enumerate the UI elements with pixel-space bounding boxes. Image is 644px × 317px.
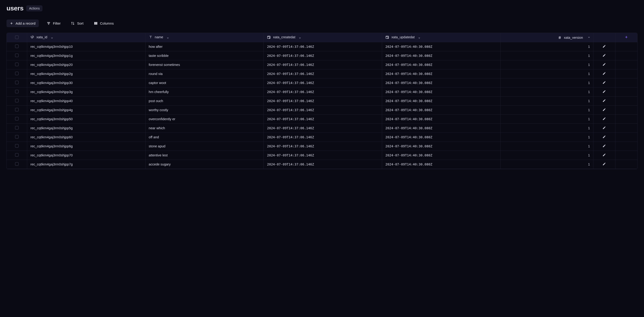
- cell-xata-id[interactable]: rec_cq6km4gaj3rm0shjpp6g: [27, 142, 145, 151]
- cell-xata-id[interactable]: rec_cq6km4gaj3rm0shjpp1g: [27, 51, 145, 60]
- cell-createdat[interactable]: 2024-07-09T14:37:06.146Z: [264, 96, 382, 106]
- edit-row-button[interactable]: [594, 124, 616, 133]
- cell-xata-id[interactable]: rec_cq6km4gaj3rm0shjpp50: [27, 115, 145, 124]
- cell-updatedat[interactable]: 2024-07-09T14:40:30.080Z: [382, 160, 500, 169]
- edit-row-button[interactable]: [594, 70, 616, 78]
- sort-button[interactable]: Sort: [68, 20, 86, 27]
- edit-row-button[interactable]: [594, 96, 616, 106]
- edit-row-button[interactable]: [594, 106, 616, 115]
- column-header-createdat[interactable]: xata_createdat: [264, 33, 382, 42]
- row-checkbox[interactable]: [7, 124, 27, 133]
- cell-name[interactable]: how after: [145, 42, 264, 51]
- cell-version[interactable]: 1: [500, 51, 593, 60]
- edit-row-button[interactable]: [594, 42, 616, 51]
- cell-createdat[interactable]: 2024-07-09T14:37:06.146Z: [264, 106, 382, 115]
- cell-createdat[interactable]: 2024-07-09T14:37:06.146Z: [264, 124, 382, 133]
- cell-version[interactable]: 1: [500, 88, 593, 96]
- cell-name[interactable]: accede sugary: [145, 160, 264, 169]
- row-checkbox[interactable]: [7, 151, 27, 160]
- cell-xata-id[interactable]: rec_cq6km4gaj3rm0shjpp2g: [27, 70, 145, 78]
- cell-updatedat[interactable]: 2024-07-09T14:40:30.080Z: [382, 106, 500, 115]
- cell-createdat[interactable]: 2024-07-09T14:37:06.146Z: [264, 115, 382, 124]
- cell-updatedat[interactable]: 2024-07-09T14:40:30.080Z: [382, 124, 500, 133]
- row-checkbox[interactable]: [7, 42, 27, 51]
- row-checkbox[interactable]: [7, 142, 27, 151]
- cell-name[interactable]: near which: [145, 124, 264, 133]
- cell-updatedat[interactable]: 2024-07-09T14:40:30.080Z: [382, 78, 500, 88]
- cell-xata-id[interactable]: rec_cq6km4gaj3rm0shjpp5g: [27, 124, 145, 133]
- cell-xata-id[interactable]: rec_cq6km4gaj3rm0shjpp30: [27, 78, 145, 88]
- cell-createdat[interactable]: 2024-07-09T14:37:06.146Z: [264, 142, 382, 151]
- edit-row-button[interactable]: [594, 133, 616, 142]
- cell-version[interactable]: 1: [500, 133, 593, 142]
- cell-version[interactable]: 1: [500, 106, 593, 115]
- cell-xata-id[interactable]: rec_cq6km4gaj3rm0shjpp7g: [27, 160, 145, 169]
- cell-updatedat[interactable]: 2024-07-09T14:40:30.080Z: [382, 70, 500, 78]
- cell-name[interactable]: taste scribble: [145, 51, 264, 60]
- cell-updatedat[interactable]: 2024-07-09T14:40:30.080Z: [382, 133, 500, 142]
- row-checkbox[interactable]: [7, 106, 27, 115]
- add-column-button[interactable]: [615, 33, 637, 42]
- cell-createdat[interactable]: 2024-07-09T14:37:06.146Z: [264, 42, 382, 51]
- cell-updatedat[interactable]: 2024-07-09T14:40:30.080Z: [382, 88, 500, 96]
- cell-name[interactable]: overconfidently er: [145, 115, 264, 124]
- cell-name[interactable]: captor woot: [145, 78, 264, 88]
- cell-updatedat[interactable]: 2024-07-09T14:40:30.080Z: [382, 96, 500, 106]
- cell-version[interactable]: 1: [500, 160, 593, 169]
- select-all-header[interactable]: [7, 33, 27, 42]
- cell-version[interactable]: 1: [500, 78, 593, 88]
- cell-createdat[interactable]: 2024-07-09T14:37:06.146Z: [264, 78, 382, 88]
- edit-row-button[interactable]: [594, 115, 616, 124]
- cell-name[interactable]: off and: [145, 133, 264, 142]
- cell-version[interactable]: 1: [500, 60, 593, 70]
- row-checkbox[interactable]: [7, 51, 27, 60]
- cell-version[interactable]: 1: [500, 124, 593, 133]
- cell-xata-id[interactable]: rec_cq6km4gaj3rm0shjpp70: [27, 151, 145, 160]
- cell-xata-id[interactable]: rec_cq6km4gaj3rm0shjpp4g: [27, 106, 145, 115]
- cell-createdat[interactable]: 2024-07-09T14:37:06.146Z: [264, 60, 382, 70]
- edit-row-button[interactable]: [594, 51, 616, 60]
- cell-name[interactable]: attentive lest: [145, 151, 264, 160]
- cell-version[interactable]: 1: [500, 70, 593, 78]
- edit-row-button[interactable]: [594, 151, 616, 160]
- cell-updatedat[interactable]: 2024-07-09T14:40:30.080Z: [382, 51, 500, 60]
- cell-version[interactable]: 1: [500, 142, 593, 151]
- cell-createdat[interactable]: 2024-07-09T14:37:06.146Z: [264, 70, 382, 78]
- add-record-button[interactable]: Add a record: [6, 20, 39, 27]
- row-checkbox[interactable]: [7, 70, 27, 78]
- filter-button[interactable]: Filter: [44, 20, 63, 27]
- cell-xata-id[interactable]: rec_cq6km4gaj3rm0shjpp20: [27, 60, 145, 70]
- cell-createdat[interactable]: 2024-07-09T14:37:06.146Z: [264, 88, 382, 96]
- row-checkbox[interactable]: [7, 133, 27, 142]
- cell-updatedat[interactable]: 2024-07-09T14:40:30.080Z: [382, 142, 500, 151]
- cell-xata-id[interactable]: rec_cq6km4gaj3rm0shjpp40: [27, 96, 145, 106]
- cell-name[interactable]: worthy costly: [145, 106, 264, 115]
- edit-row-button[interactable]: [594, 88, 616, 96]
- row-checkbox[interactable]: [7, 60, 27, 70]
- row-checkbox[interactable]: [7, 88, 27, 96]
- cell-createdat[interactable]: 2024-07-09T14:37:06.146Z: [264, 51, 382, 60]
- cell-xata-id[interactable]: rec_cq6km4gaj3rm0shjpp60: [27, 133, 145, 142]
- cell-version[interactable]: 1: [500, 115, 593, 124]
- cell-updatedat[interactable]: 2024-07-09T14:40:30.080Z: [382, 60, 500, 70]
- columns-button[interactable]: Columns: [92, 20, 116, 27]
- column-header-version[interactable]: xata_version: [500, 33, 593, 42]
- cell-version[interactable]: 1: [500, 151, 593, 160]
- cell-version[interactable]: 1: [500, 96, 593, 106]
- cell-name[interactable]: round via: [145, 70, 264, 78]
- cell-createdat[interactable]: 2024-07-09T14:37:06.146Z: [264, 160, 382, 169]
- cell-name[interactable]: psst ouch: [145, 96, 264, 106]
- cell-version[interactable]: 1: [500, 42, 593, 51]
- column-header-xata-id[interactable]: xata_id: [27, 33, 145, 42]
- cell-xata-id[interactable]: rec_cq6km4gaj3rm0shjpp10: [27, 42, 145, 51]
- cell-xata-id[interactable]: rec_cq6km4gaj3rm0shjpp3g: [27, 88, 145, 96]
- cell-name[interactable]: hm cheerfully: [145, 88, 264, 96]
- edit-row-button[interactable]: [594, 160, 616, 169]
- cell-updatedat[interactable]: 2024-07-09T14:40:30.080Z: [382, 151, 500, 160]
- edit-row-button[interactable]: [594, 60, 616, 70]
- column-header-name[interactable]: name: [145, 33, 264, 42]
- cell-createdat[interactable]: 2024-07-09T14:37:06.146Z: [264, 151, 382, 160]
- cell-name[interactable]: forenenst sometimes: [145, 60, 264, 70]
- column-header-updatedat[interactable]: xata_updatedat: [382, 33, 500, 42]
- row-checkbox[interactable]: [7, 160, 27, 169]
